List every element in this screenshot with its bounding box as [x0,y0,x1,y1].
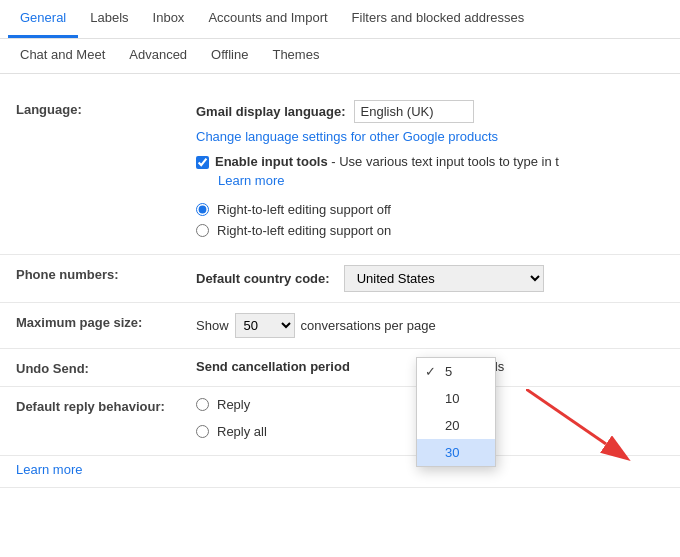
change-language-link-wrap: Change language settings for other Googl… [196,129,664,144]
enable-input-tools-text: Enable input tools - Use various text in… [215,154,559,169]
language-label: Language: [16,100,196,117]
enable-input-tools-row: Enable input tools - Use various text in… [196,154,664,169]
rtl-on-label: Right-to-left editing support on [217,223,391,238]
default-reply-row: Default reply behaviour: Reply Reply all [0,387,680,456]
reply-label: Reply [217,397,250,412]
phone-numbers-row: Phone numbers: Default country code: Uni… [0,255,680,303]
gmail-display-language-label: Gmail display language: [196,104,346,119]
lang-display-line: Gmail display language: English (UK) [196,100,664,123]
reply-all-label: Reply all [217,424,267,439]
default-country-code-label: Default country code: [196,271,330,286]
phone-inline-row: Default country code: United States [196,265,664,292]
tab-offline[interactable]: Offline [199,39,260,73]
max-page-size-label: Maximum page size: [16,313,196,330]
rtl-radio-group: Right-to-left editing support off Right-… [196,202,664,238]
undo-option-10[interactable]: 10 [417,385,495,412]
default-reply-learn-more-link[interactable]: Learn more [16,462,82,477]
max-page-size-control: Show 25 50 100 conversations per page [196,313,664,338]
tab-labels[interactable]: Labels [78,0,140,38]
show-label: Show [196,318,229,333]
rtl-off-label: Right-to-left editing support off [217,202,391,217]
undo-send-dropdown[interactable]: ✓ 5 10 20 30 [416,357,496,467]
rtl-off-option: Right-to-left editing support off [196,202,664,217]
learn-more-link[interactable]: Learn more [218,173,284,188]
nav-row1: General Labels Inbox Accounts and Import… [0,0,680,39]
reply-all-radio[interactable] [196,425,209,438]
page-size-select[interactable]: 25 50 100 [235,313,295,338]
default-reply-label: Default reply behaviour: [16,397,196,414]
undo-send-control: Send cancellation period ✓ 5 10 20 30 se… [196,359,664,374]
tab-inbox[interactable]: Inbox [141,0,197,38]
rtl-off-radio[interactable] [196,203,209,216]
nav-row2: Chat and Meet Advanced Offline Themes [0,39,680,74]
enable-input-tools-suffix: - Use various text input tools to type i… [328,154,559,169]
undo-inline-row: Send cancellation period ✓ 5 10 20 30 se… [196,359,664,374]
check-icon: ✓ [425,364,436,379]
tab-themes[interactable]: Themes [260,39,331,73]
per-page-label: conversations per page [301,318,436,333]
phone-numbers-label: Phone numbers: [16,265,196,282]
undo-send-row: Undo Send: Send cancellation period ✓ 5 … [0,349,680,387]
change-language-link[interactable]: Change language settings for other Googl… [196,129,498,144]
tab-general[interactable]: General [8,0,78,38]
tab-advanced[interactable]: Advanced [117,39,199,73]
tab-accounts-import[interactable]: Accounts and Import [196,0,339,38]
enable-input-tools-label: Enable input tools [215,154,328,169]
phone-numbers-control: Default country code: United States [196,265,664,292]
language-row: Language: Gmail display language: Englis… [0,90,680,255]
undo-send-label: Undo Send: [16,359,196,376]
page-size-inline-row: Show 25 50 100 conversations per page [196,313,664,338]
settings-content: Language: Gmail display language: Englis… [0,74,680,504]
learn-more-row: Learn more [0,456,680,488]
language-value: English (UK) [354,100,474,123]
rtl-on-option: Right-to-left editing support on [196,223,664,238]
country-code-select[interactable]: United States [344,265,544,292]
tab-chat-meet[interactable]: Chat and Meet [8,39,117,73]
language-control: Gmail display language: English (UK) Cha… [196,100,664,244]
enable-input-tools-checkbox[interactable] [196,156,209,169]
send-cancellation-label: Send cancellation period [196,359,350,374]
rtl-on-radio[interactable] [196,224,209,237]
reply-radio[interactable] [196,398,209,411]
undo-option-5[interactable]: ✓ 5 [417,358,495,385]
undo-option-20[interactable]: 20 [417,412,495,439]
learn-more-wrap: Learn more [218,173,664,188]
tab-filters-blocked[interactable]: Filters and blocked addresses [340,0,537,38]
undo-option-30[interactable]: 30 [417,439,495,466]
max-page-size-row: Maximum page size: Show 25 50 100 conver… [0,303,680,349]
